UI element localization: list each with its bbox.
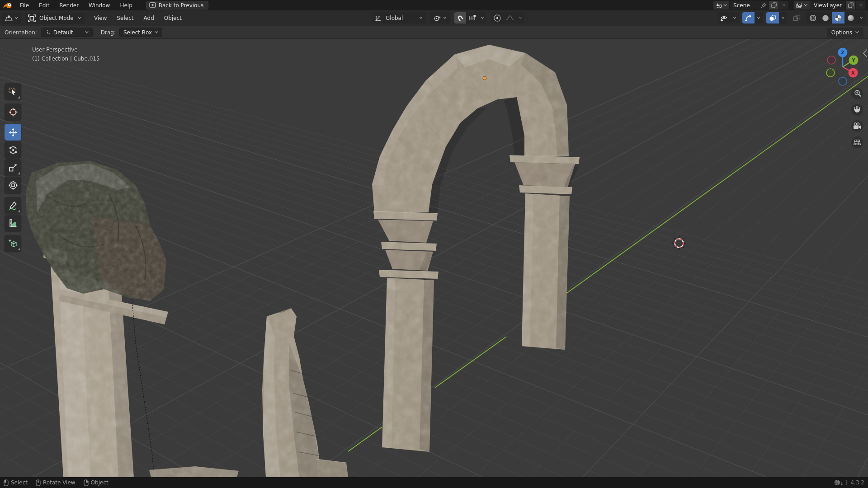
drag-label: Drag: (101, 29, 116, 36)
object-mode-icon (28, 14, 36, 22)
viewport-header: Object Mode View Select Add Object Globa… (0, 10, 868, 26)
orientation-label: Orientation: (5, 29, 37, 36)
scene-browse-button[interactable] (713, 1, 730, 9)
duplicate-icon (771, 2, 777, 8)
snap-target-button[interactable] (466, 12, 478, 23)
viewlayer-selector: ViewLayer ✕ (794, 1, 865, 9)
viewport-canvas[interactable]: Z Y X (0, 39, 868, 477)
mode-dropdown[interactable]: Object Mode (25, 13, 85, 24)
eye-pointer-icon (720, 14, 728, 22)
proportional-edit-toggle[interactable] (491, 12, 504, 23)
scene-delete-button[interactable]: ✕ (778, 1, 788, 9)
tool-transform[interactable] (5, 177, 21, 193)
header-display-cluster (717, 12, 865, 23)
show-overlays-toggle[interactable] (766, 12, 779, 23)
sidebar-toggle-icon[interactable] (863, 50, 867, 57)
show-gizmos-toggle[interactable] (742, 12, 755, 23)
viewlayer-delete-button[interactable]: ✕ (855, 1, 865, 9)
material-sphere-icon (834, 14, 842, 22)
menu-file[interactable]: File (15, 1, 33, 10)
shading-material-button[interactable] (832, 12, 844, 23)
scene-name[interactable]: Scene (730, 2, 759, 9)
back-monitor-icon (149, 2, 156, 8)
navigation-gizmo[interactable]: Z Y X (826, 48, 859, 86)
tool-measure[interactable] (5, 215, 21, 231)
menu-object[interactable]: Object (159, 13, 187, 23)
tool-select-box[interactable] (5, 83, 21, 100)
proportional-falloff-button[interactable] (504, 12, 516, 23)
header-transform-cluster: Global (372, 12, 524, 23)
blender-logo-icon[interactable] (3, 2, 13, 9)
mouse-left-icon (4, 479, 9, 486)
scene-new-button[interactable] (769, 1, 778, 9)
menu-add[interactable]: Add (139, 13, 159, 23)
viewlayer-name[interactable]: ViewLayer (810, 2, 845, 9)
pivot-point-dropdown[interactable] (430, 12, 450, 23)
statusbar: Select Rotate View Object 1 (0, 477, 868, 488)
menu-render[interactable]: Render (55, 1, 83, 10)
keymap-hint-select: Select (4, 479, 28, 486)
default-orientation-icon (45, 29, 51, 35)
transform-orientation-dropdown[interactable]: Global (372, 12, 426, 23)
cursor-3d (672, 236, 686, 250)
gizmo-axis-z[interactable]: Z (838, 48, 848, 57)
tool-cursor[interactable] (5, 103, 21, 120)
tool-rotate[interactable] (5, 141, 21, 158)
overlays-dropdown[interactable] (779, 12, 787, 23)
tool-move[interactable] (5, 124, 21, 141)
drag-dropdown[interactable]: Select Box (119, 28, 162, 37)
viewport-editor-icon (5, 15, 13, 22)
version-label: 4.3.2 (850, 479, 864, 486)
options-dropdown[interactable]: Options (827, 28, 863, 38)
network-icon[interactable]: 1 (834, 479, 843, 486)
editor-type-button[interactable] (2, 13, 21, 24)
back-to-previous-button[interactable]: Back to Previous (146, 1, 209, 9)
gizmo-axis-neg-x[interactable] (827, 56, 835, 64)
gizmos-group (742, 12, 763, 23)
svg-text:Y: Y (851, 57, 855, 63)
gizmo-axis-x[interactable]: X (849, 68, 858, 78)
zoom-view-button[interactable] (851, 88, 863, 99)
snap-toggle[interactable] (454, 12, 466, 23)
gizmo-axis-neg-z[interactable] (839, 77, 847, 85)
shading-rendered-button[interactable] (844, 12, 857, 23)
gizmo-axis-y[interactable]: Y (849, 56, 859, 65)
menu-select[interactable]: Select (112, 13, 138, 23)
pan-view-button[interactable] (851, 104, 863, 116)
menu-window[interactable]: Window (84, 1, 114, 10)
camera-view-button[interactable] (851, 120, 863, 132)
viewlayer-new-button[interactable] (845, 1, 855, 9)
tool-annotate[interactable] (5, 197, 21, 214)
tool-scale[interactable] (5, 159, 21, 176)
visibility-dropdown[interactable] (731, 12, 739, 23)
shading-wireframe-button[interactable] (807, 12, 819, 23)
topbar-right: Scene ✕ (713, 1, 865, 9)
visibility-toggle[interactable] (717, 12, 731, 23)
tool-add-cube[interactable] (5, 235, 21, 252)
xray-icon (793, 14, 801, 22)
viewport-3d[interactable]: Z Y X (0, 39, 868, 477)
magnet-icon (457, 14, 464, 22)
svg-text:Z: Z (841, 50, 844, 55)
gizmos-dropdown[interactable] (755, 12, 763, 23)
scene-selector: Scene ✕ (713, 1, 788, 9)
xray-toggle[interactable] (791, 12, 803, 23)
viewlayer-icon (796, 2, 803, 9)
shading-solid-button[interactable] (819, 12, 832, 23)
snap-dropdown[interactable] (478, 12, 486, 23)
viewport-nav-buttons (851, 88, 863, 148)
menu-edit[interactable]: Edit (34, 1, 54, 10)
mouse-right-icon (84, 479, 89, 486)
snapping-group (454, 12, 486, 23)
menu-help[interactable]: Help (115, 1, 137, 10)
menu-view[interactable]: View (89, 13, 112, 23)
orientation-dropdown[interactable]: Default (41, 28, 93, 37)
toolbar-left (5, 83, 21, 252)
shading-dropdown[interactable] (857, 12, 865, 23)
gizmo-axis-neg-y[interactable] (826, 69, 835, 77)
viewlayer-browse-button[interactable] (794, 1, 810, 9)
toggle-ortho-button[interactable] (851, 136, 863, 148)
proportional-dropdown[interactable] (516, 12, 524, 23)
svg-text:X: X (851, 70, 855, 75)
pin-icon[interactable] (759, 3, 769, 8)
